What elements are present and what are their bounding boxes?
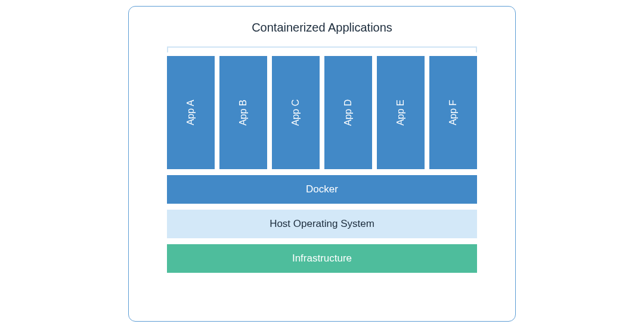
app-e-box: App E: [377, 56, 425, 169]
docker-layer: Docker: [167, 175, 477, 204]
app-d-box: App D: [324, 56, 372, 169]
app-c-label: App C: [290, 99, 301, 125]
app-b-box: App B: [219, 56, 267, 169]
host-os-layer: Host Operating System: [167, 210, 477, 238]
apps-row: App A App B App C App D App E App F: [167, 56, 477, 169]
diagram-title: Containerized Applications: [252, 21, 392, 35]
app-b-label: App B: [238, 99, 249, 126]
infrastructure-layer-label: Infrastructure: [292, 253, 352, 264]
app-a-box: App A: [167, 56, 215, 169]
app-a-label: App A: [185, 99, 196, 125]
app-f-label: App F: [448, 99, 459, 125]
host-os-layer-label: Host Operating System: [270, 218, 374, 230]
apps-bracket: [167, 46, 477, 52]
app-d-label: App D: [343, 99, 354, 125]
app-c-box: App C: [272, 56, 320, 169]
app-f-box: App F: [429, 56, 477, 169]
infrastructure-layer: Infrastructure: [167, 244, 477, 273]
diagram-frame: Containerized Applications App A App B A…: [128, 6, 516, 322]
docker-layer-label: Docker: [306, 183, 338, 195]
app-e-label: App E: [395, 99, 406, 126]
